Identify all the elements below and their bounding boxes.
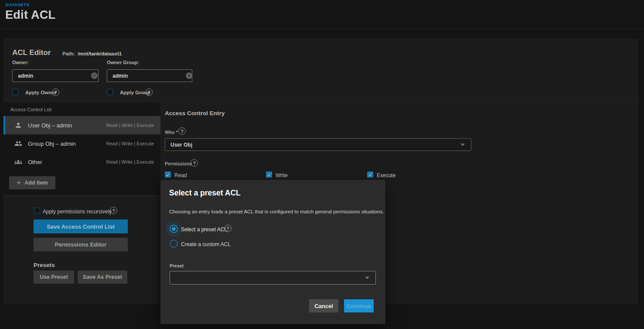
acl-item-label: User Obj – admin [28, 122, 106, 129]
path-value: /mnt/tank/dataset1 [78, 51, 122, 56]
owner-group-clear-icon[interactable]: × [186, 72, 192, 79]
owner-group-input[interactable] [107, 73, 186, 79]
path-label: Path: [62, 51, 75, 56]
who-select-value: User Obj [165, 142, 460, 148]
preset-select[interactable] [170, 271, 376, 284]
execute-checkbox[interactable]: ✓ [367, 171, 373, 178]
acl-item-permissions: Read | Write | Execute [106, 123, 154, 128]
acl-item-permissions: Read | Write | Execute [106, 141, 154, 146]
acl-editor-title: ACL Editor [12, 48, 51, 57]
apply-recursive-checkbox[interactable] [34, 208, 40, 214]
cancel-button[interactable]: Cancel [309, 299, 338, 312]
preset-field-label: Preset [170, 263, 184, 268]
save-as-preset-button[interactable]: Save As Preset [78, 271, 127, 284]
presets-title: Presets [34, 262, 55, 268]
acl-list-item-group-obj[interactable]: Group Obj – admin Read | Write | Execute [3, 134, 160, 153]
who-label: Who * [165, 130, 178, 135]
acl-list-item-user-obj[interactable]: User Obj – admin Read | Write | Execute [3, 116, 160, 134]
chevron-down-icon [365, 277, 369, 279]
owner-group-input-wrapper: × [107, 69, 192, 82]
write-checkbox-label: Write [276, 172, 288, 178]
create-custom-acl-radio[interactable] [170, 240, 178, 248]
access-control-entry-title: Access Control Entry [165, 110, 225, 117]
access-control-list-title: Access Control List [10, 107, 51, 112]
execute-checkbox-label: Execute [377, 172, 395, 178]
owner-clear-icon[interactable]: × [91, 72, 98, 79]
continue-button[interactable]: Continue [344, 299, 374, 312]
acl-item-permissions: Read | Write | Execute [106, 159, 154, 164]
group-icon [14, 140, 22, 147]
select-preset-acl-dialog: Select a preset ACL Choosing an entry lo… [160, 180, 385, 324]
apply-owner-help-icon[interactable]: ? [52, 89, 59, 96]
permissions-label: Permissions [165, 161, 192, 166]
page-title: Edit ACL [5, 8, 55, 22]
edit-acl-screen: DATASETS Edit ACL ACL Editor Path: /mnt/… [0, 0, 644, 329]
plus-icon: + [17, 178, 21, 187]
owner-input[interactable] [13, 73, 91, 79]
owner-input-wrapper: × [12, 69, 99, 82]
add-item-button[interactable]: + Add Item [9, 176, 55, 189]
acl-item-label: Group Obj – admin [28, 141, 106, 147]
acl-list-item-other[interactable]: Other Read | Write | Execute [3, 153, 160, 171]
add-item-label: Add Item [24, 180, 48, 186]
user-icon [14, 121, 22, 129]
create-custom-acl-radio-label: Create a custom ACL [181, 241, 231, 247]
owner-label: Owner: [12, 60, 29, 65]
permissions-help-icon[interactable]: ? [191, 159, 198, 167]
breadcrumb-datasets[interactable]: DATASETS [6, 2, 30, 7]
dataset-path: Path: /mnt/tank/dataset1 [62, 51, 122, 56]
preset-option-help-icon[interactable]: ? [224, 225, 232, 232]
use-preset-button[interactable]: Use Preset [34, 271, 74, 284]
access-control-list-panel: Access Control List User Obj – admin Rea… [3, 102, 160, 195]
header-divider [0, 29, 644, 29]
who-help-icon[interactable]: ? [178, 127, 186, 135]
acl-item-label: Other [28, 159, 106, 165]
who-select[interactable]: User Obj [165, 138, 471, 151]
select-preset-acl-radio-label: Select a preset ACL [181, 226, 227, 233]
apply-group-checkbox[interactable] [107, 89, 113, 95]
save-access-control-list-button[interactable]: Save Access Control List [34, 219, 128, 233]
chevron-down-icon [460, 144, 465, 146]
people-icon [14, 158, 22, 166]
owner-group-label: Owner Group: [107, 60, 139, 65]
apply-owner-checkbox[interactable] [12, 89, 18, 95]
write-checkbox[interactable]: ✓ [266, 171, 272, 178]
dialog-description: Choosing an entry loads a preset ACL tha… [169, 209, 384, 214]
select-preset-acl-radio[interactable] [170, 225, 178, 233]
apply-recursive-help-icon[interactable]: ? [110, 207, 117, 214]
read-checkbox[interactable]: ✓ [165, 171, 171, 178]
dialog-title: Select a preset ACL [169, 188, 241, 198]
permissions-editor-button[interactable]: Permissions Editor [34, 238, 128, 251]
apply-group-help-icon[interactable]: ? [145, 89, 153, 96]
apply-recursive-label: Apply permissions recursively [43, 209, 112, 215]
read-checkbox-label: Read [174, 172, 187, 178]
